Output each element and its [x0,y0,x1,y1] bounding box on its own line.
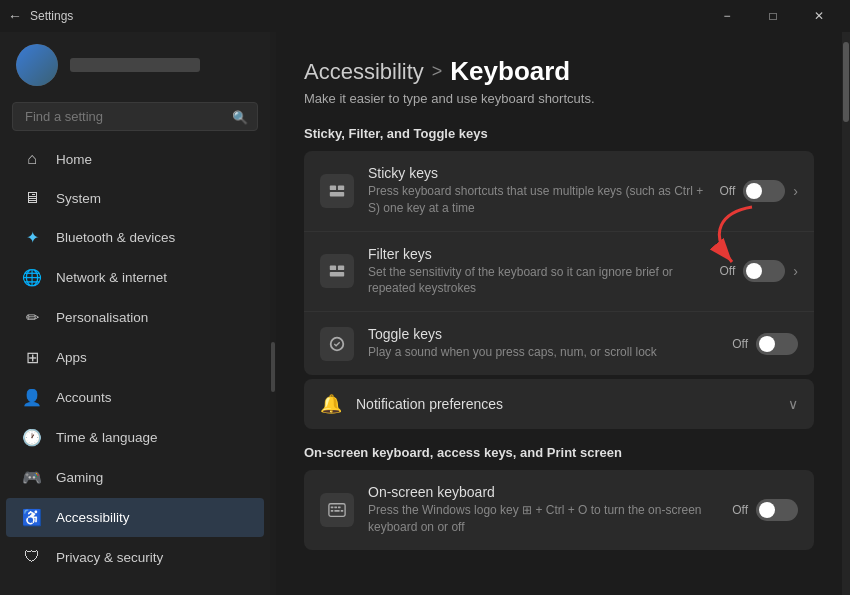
onscreen-keyboard-text: On-screen keyboard Press the Windows log… [368,484,718,536]
toggle-thumb [746,183,762,199]
breadcrumb-separator: > [432,61,443,82]
sidebar-item-label: Personalisation [56,310,148,325]
sticky-keys-controls: Off › [720,180,798,202]
sticky-keys-status: Off [720,184,736,198]
filter-keys-toggle[interactable] [743,260,785,282]
close-button[interactable]: ✕ [796,0,842,32]
onscreen-keyboard-controls: Off [732,499,798,521]
sticky-keys-name: Sticky keys [368,165,706,181]
sidebar-search: 🔍 [12,102,258,131]
avatar [16,44,58,86]
sidebar-item-bluetooth[interactable]: ✦ Bluetooth & devices [6,218,264,257]
sidebar-item-label: Apps [56,350,87,365]
system-icon: 🖥 [22,189,42,207]
notification-icon: 🔔 [320,393,342,415]
personalisation-icon: ✏ [22,308,42,327]
svg-rect-3 [330,266,336,271]
minimize-button[interactable]: − [704,0,750,32]
filter-keys-row[interactable]: Filter keys Set the sensitivity of the k… [304,232,814,313]
sidebar-scroll-thumb [271,342,275,392]
scrollbar-thumb [843,42,849,122]
toggle-thumb [746,263,762,279]
toggle-keys-icon [320,327,354,361]
breadcrumb: Accessibility > Keyboard [304,56,814,87]
sticky-keys-chevron[interactable]: › [793,183,798,199]
accessibility-icon: ♿ [22,508,42,527]
network-icon: 🌐 [22,268,42,287]
svg-rect-11 [338,506,341,508]
svg-rect-2 [330,192,344,197]
sidebar-item-time[interactable]: 🕐 Time & language [6,418,264,457]
toggle-keys-status: Off [732,337,748,351]
svg-rect-4 [338,266,344,271]
titlebar-left: ← Settings [8,8,704,24]
sidebar-item-label: Privacy & security [56,550,163,565]
toggle-keys-desc: Play a sound when you press caps, num, o… [368,344,718,361]
svg-rect-9 [331,506,334,508]
sidebar-item-personalisation[interactable]: ✏ Personalisation [6,298,264,337]
privacy-icon: 🛡 [22,548,42,566]
toggle-keys-row[interactable]: Toggle keys Play a sound when you press … [304,312,814,375]
content-main: Accessibility > Keyboard Make it easier … [276,32,842,595]
sidebar-item-network[interactable]: 🌐 Network & internet [6,258,264,297]
sidebar-item-privacy[interactable]: 🛡 Privacy & security [6,538,264,576]
sidebar-item-label: Accessibility [56,510,130,525]
filter-keys-icon [320,254,354,288]
notification-label: Notification preferences [356,396,774,412]
toggle-keys-toggle[interactable] [756,333,798,355]
svg-rect-0 [330,185,336,190]
onscreen-keyboard-row[interactable]: On-screen keyboard Press the Windows log… [304,470,814,550]
sticky-keys-toggle[interactable] [743,180,785,202]
gaming-icon: 🎮 [22,468,42,487]
main-layout: 🔍 ⌂ Home 🖥 System ✦ Bluetooth & devices … [0,32,850,595]
bluetooth-icon: ✦ [22,228,42,247]
page-subtitle: Make it easier to type and use keyboard … [304,91,814,106]
content-area: Accessibility > Keyboard Make it easier … [276,32,850,595]
sidebar-item-accessibility[interactable]: ♿ Accessibility [6,498,264,537]
back-button[interactable]: ← [8,8,22,24]
onscreen-keyboard-toggle[interactable] [756,499,798,521]
sticky-keys-row[interactable]: Sticky keys Press keyboard shortcuts tha… [304,151,814,232]
section2-title: On-screen keyboard, access keys, and Pri… [304,445,814,460]
filter-keys-controls: Off › [720,260,798,282]
search-input[interactable] [12,102,258,131]
onscreen-keyboard-desc: Press the Windows logo key ⊞ + Ctrl + O … [368,502,718,536]
filter-keys-desc: Set the sensitivity of the keyboard so i… [368,264,706,298]
settings-card-onscreen: On-screen keyboard Press the Windows log… [304,470,814,550]
notification-preferences-row[interactable]: 🔔 Notification preferences ∨ [304,379,814,429]
titlebar-controls: − □ ✕ [704,0,842,32]
sticky-keys-desc: Press keyboard shortcuts that use multip… [368,183,706,217]
sidebar-item-home[interactable]: ⌂ Home [6,140,264,178]
sidebar-item-apps[interactable]: ⊞ Apps [6,338,264,377]
home-icon: ⌂ [22,150,42,168]
svg-rect-13 [334,510,339,512]
sidebar-item-label: System [56,191,101,206]
breadcrumb-parent[interactable]: Accessibility [304,59,424,85]
sidebar-nav: ⌂ Home 🖥 System ✦ Bluetooth & devices 🌐 … [0,139,270,595]
filter-keys-chevron[interactable]: › [793,263,798,279]
accounts-icon: 👤 [22,388,42,407]
search-icon: 🔍 [232,109,248,124]
onscreen-keyboard-name: On-screen keyboard [368,484,718,500]
sidebar-item-label: Network & internet [56,270,167,285]
profile-name [70,58,200,72]
onscreen-keyboard-icon [320,493,354,527]
sidebar-item-label: Time & language [56,430,158,445]
svg-rect-5 [330,272,344,277]
content-scrollbar[interactable] [842,32,850,595]
filter-keys-status: Off [720,264,736,278]
sidebar-item-gaming[interactable]: 🎮 Gaming [6,458,264,497]
sidebar-item-system[interactable]: 🖥 System [6,179,264,217]
maximize-button[interactable]: □ [750,0,796,32]
toggle-keys-controls: Off [732,333,798,355]
sidebar: 🔍 ⌂ Home 🖥 System ✦ Bluetooth & devices … [0,32,270,595]
svg-rect-12 [331,510,334,512]
sidebar-item-accounts[interactable]: 👤 Accounts [6,378,264,417]
toggle-keys-name: Toggle keys [368,326,718,342]
svg-rect-1 [338,185,344,190]
sidebar-scrollbar[interactable] [270,32,276,595]
svg-rect-10 [334,506,337,508]
sidebar-item-label: Home [56,152,92,167]
sidebar-profile[interactable] [0,32,270,98]
toggle-thumb [759,502,775,518]
